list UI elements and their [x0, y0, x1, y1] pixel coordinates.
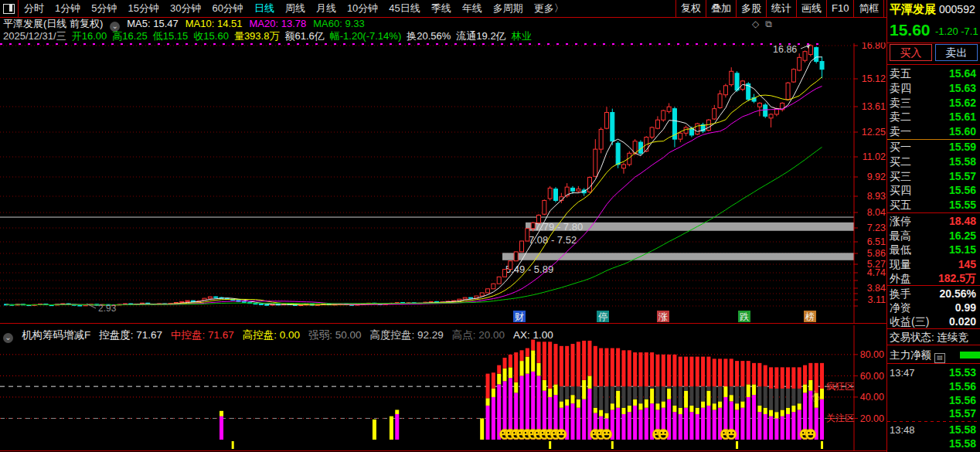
day-stat: 低15.15 — [153, 30, 189, 42]
period-tab-日线[interactable]: 日线 — [249, 0, 280, 17]
svg-text:60.00: 60.00 — [860, 371, 884, 382]
toolbar-button-复权[interactable]: 复权 — [675, 0, 706, 17]
period-tab-多周期[interactable]: 多周期 — [488, 0, 529, 17]
divider — [887, 363, 980, 364]
panel-row[interactable]: 换手20.56% — [887, 287, 980, 301]
toolbar-button-F10[interactable]: F10 — [826, 0, 853, 17]
chart-title: 平潭发展(日线 前复权) — [3, 18, 103, 29]
row-label: 外盘 — [890, 271, 911, 286]
row-value: 15.61 — [949, 110, 976, 124]
svg-text:80.00: 80.00 — [860, 349, 884, 360]
row-label: 卖二 — [890, 110, 911, 124]
toolbar-button-多股[interactable]: 多股 — [736, 0, 766, 17]
stock-code: 000592 — [939, 3, 975, 15]
quote-panel: 平潭发展000592 15.60 -1.20 -7.1 买入 卖出 交易状态: … — [887, 0, 980, 452]
period-tab-1分钟[interactable]: 1分钟 — [49, 0, 86, 17]
day-stat: 开16.00 — [72, 30, 107, 42]
period-tab-周线[interactable]: 周线 — [280, 0, 311, 17]
signal-ticks — [232, 441, 823, 449]
svg-text:停: 停 — [598, 311, 607, 322]
svg-text:15.12: 15.12 — [862, 73, 886, 84]
tick-row: 15.56 — [887, 379, 980, 394]
panel-row[interactable]: 卖三15.62 — [887, 96, 980, 110]
panel-row[interactable]: 卖四15.63 — [887, 81, 980, 96]
split-view-icon[interactable]: ⧉ — [765, 19, 778, 29]
row-value: 16.25 — [949, 229, 976, 243]
toolbar-button-统计[interactable]: 统计 — [766, 0, 796, 17]
period-tab-更多〉[interactable]: 更多〉 — [529, 0, 570, 17]
row-label: 买四 — [890, 183, 911, 198]
annotations: 16.862.93 — [87, 44, 810, 314]
row-value: 15.56 — [949, 183, 976, 198]
period-tab-5分钟[interactable]: 5分钟 — [86, 0, 122, 17]
tick-row: 13:4715.53 — [887, 365, 980, 380]
tick-price: 15.53 — [949, 365, 976, 380]
panel-row[interactable]: 买二15.58 — [887, 155, 980, 169]
divider — [887, 42, 980, 43]
day-stat: 幅-1.20(-7.14%) — [330, 30, 401, 42]
panel-row[interactable]: 最低15.15 — [887, 243, 980, 257]
period-tab-分时[interactable]: 分时 — [19, 0, 49, 17]
period-tab-60分钟[interactable]: 60分钟 — [206, 0, 248, 17]
svg-text:4.74: 4.74 — [867, 267, 886, 278]
indicator-collapse-icon[interactable]: ⌄ — [3, 333, 13, 343]
row-value: 15.59 — [949, 140, 976, 155]
panel-row[interactable]: 外盘182.5万 — [887, 271, 980, 286]
buy-button[interactable]: 买入 — [890, 44, 932, 61]
stock-name: 平潭发展000592 — [890, 2, 975, 17]
diamond-icon[interactable]: ◇ — [752, 19, 765, 29]
row-value: 15.62 — [949, 96, 976, 110]
row-value: 145 — [958, 257, 976, 272]
divider — [887, 345, 980, 345]
panel-row[interactable]: 卖一15.60 — [887, 124, 980, 139]
row-label: 收益(三) — [890, 314, 929, 329]
period-tab-季线[interactable]: 季线 — [426, 0, 457, 17]
sell-button[interactable]: 卖出 — [935, 44, 978, 61]
main-y-axis: 16.8015.1213.6112.2511.029.928.938.047.2… — [854, 42, 886, 323]
indicator-metric: AX: 1.00 — [513, 329, 553, 341]
period-tab-年线[interactable]: 年线 — [457, 0, 488, 17]
row-value: 0.020 — [949, 314, 976, 329]
svg-text:12.25: 12.25 — [862, 127, 886, 138]
row-label: 买五 — [890, 198, 911, 212]
indicator-name[interactable]: 机构筹码增减F — [22, 329, 90, 341]
panel-row[interactable]: 买五15.55 — [887, 198, 980, 212]
period-tab-10分钟[interactable]: 10分钟 — [342, 0, 383, 17]
svg-text:7.23: 7.23 — [867, 223, 886, 233]
panel-row[interactable]: 现量145 — [887, 257, 980, 272]
panel-row[interactable]: 买一15.59 — [887, 140, 980, 155]
panel-row[interactable]: 卖二15.61 — [887, 110, 980, 124]
indicator-metric: 高点: 20.00 — [452, 329, 505, 341]
panel-row[interactable]: 净资0.99 — [887, 301, 980, 315]
tick-price: 15.57 — [949, 406, 976, 421]
bottom-border — [0, 450, 980, 451]
panel-row[interactable]: 收益(三)0.020 — [887, 314, 980, 329]
main-candlestick-chart[interactable]: 7.79 - 7.807.08 - 7.525.49 - 5.8916.8015… — [0, 42, 886, 323]
news-ticker-shortcuts[interactable]: 财停涨跌榜 — [513, 311, 816, 322]
svg-text:7.08 - 7.52: 7.08 - 7.52 — [529, 234, 577, 246]
panel-row[interactable]: 涨停18.48 — [887, 214, 980, 229]
toolbar-button-叠加[interactable]: 叠加 — [706, 0, 736, 17]
toolbar-button-画线[interactable]: 画线 — [796, 0, 826, 17]
panel-row[interactable]: 最高16.25 — [887, 229, 980, 243]
divider — [887, 212, 980, 213]
panel-row[interactable]: 买四15.56 — [887, 183, 980, 198]
period-tab-30分钟[interactable]: 30分钟 — [165, 0, 206, 17]
price-change: -1.20 -7.1 — [935, 25, 978, 37]
trade-status: 交易状态: 连续竞 — [890, 331, 980, 345]
period-tab-45日线[interactable]: 45日线 — [383, 0, 425, 17]
divider — [0, 323, 886, 324]
period-tab-月线[interactable]: 月线 — [311, 0, 342, 17]
indicator-metric: 高度控盘: 92.29 — [369, 329, 443, 341]
panel-row[interactable]: 卖五15.64 — [887, 66, 980, 81]
row-value: 15.58 — [949, 155, 976, 169]
cost-bands: 7.79 - 7.807.08 - 7.525.49 - 5.89 — [0, 217, 854, 275]
list-icon[interactable]: ▤ — [934, 353, 945, 363]
panel-row[interactable]: 买三15.57 — [887, 169, 980, 184]
period-toolbar: 分时1分钟5分钟15分钟30分钟60分钟日线周线月线10分钟45日线季线年线多周… — [0, 0, 980, 18]
svg-text:财: 财 — [515, 311, 524, 322]
divider — [887, 328, 980, 329]
period-tab-15分钟[interactable]: 15分钟 — [122, 0, 164, 17]
toolbar-button-简框[interactable]: 简框 — [853, 0, 883, 17]
window-layout-button[interactable] — [0, 0, 19, 17]
